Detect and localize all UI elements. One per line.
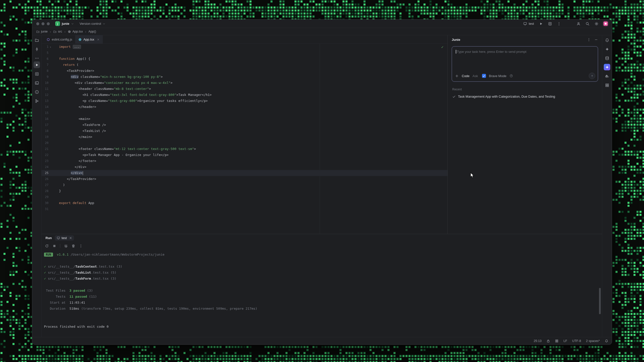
run-tab-test[interactable]: test [55,235,74,241]
stop-button[interactable] [52,244,56,248]
console-scrollbar[interactable] [599,288,601,314]
ai-assistant-tool-button[interactable] [604,46,610,52]
mode-code-button[interactable]: Code [462,74,470,78]
code-line[interactable]: 5 [42,50,448,56]
gutter[interactable]: 22 [42,152,59,158]
junie-options-button[interactable] [587,38,591,42]
gutter[interactable]: 30 [42,200,59,206]
gutter[interactable]: 17 [42,122,59,128]
run-tool-button[interactable] [34,62,40,68]
docker-tool-button[interactable] [604,73,610,79]
help-icon[interactable] [510,74,513,78]
gutter[interactable]: 6 [42,56,59,62]
send-button[interactable] [589,73,595,79]
code-line[interactable]: 26 </TaskProvider> [42,176,448,182]
vcs-widget[interactable]: Version control [80,22,106,26]
pink-app-icon[interactable] [604,22,608,26]
gutter[interactable]: 10 [42,80,59,86]
junie-prompt-input[interactable]: Type your task here, press Enter to send… [452,46,598,82]
gutter[interactable]: 21 [42,146,59,152]
gutter[interactable]: 23 [42,158,59,164]
code-line[interactable]: 13 <p className="text-gray-600">Organize… [42,98,448,104]
line-separator-widget[interactable]: LF [564,339,567,343]
code-line[interactable]: 31 [42,206,448,212]
code-line[interactable]: 19 </main> [42,134,448,140]
indent-widget[interactable]: 2 spaces* [586,339,600,343]
code-line[interactable]: 29 [42,194,448,200]
zoom-window-button[interactable] [47,22,50,25]
gutter[interactable]: 19 [42,134,59,140]
code-editor[interactable]: 1›import ...56function App() {7 return (… [42,44,448,234]
code-line[interactable]: 25 </div> [42,170,448,176]
gutter[interactable]: 8 [42,68,59,74]
code-line[interactable]: 30export default App [42,200,448,206]
code-line[interactable]: 18 <TaskList /> [42,128,448,134]
gutter[interactable]: 28 [42,188,59,194]
services-tool-button[interactable] [34,71,40,77]
code-line[interactable]: 22 <p>Task Manager App - Organize your l… [42,152,448,158]
gutter[interactable]: 20 [42,140,59,146]
caret-position-widget[interactable]: 25:13 [534,339,542,343]
code-line[interactable]: 28} [42,188,448,194]
console-more-button[interactable] [79,244,83,248]
notifications-icon[interactable] [605,339,608,343]
fold-arrow-icon[interactable]: › [48,45,52,49]
gutter[interactable]: 11 [42,86,59,92]
code-line[interactable]: 10 <div className="container mx-auto px-… [42,80,448,86]
code-line[interactable]: 27 ) [42,182,448,188]
run-options-button[interactable] [548,22,552,26]
gutter[interactable]: 7 [42,62,59,68]
notifications-tool-button[interactable] [604,37,610,43]
run-console[interactable]: RUN v1.6.1 /Users/jan-niklaswortmann/Web… [42,250,602,330]
gutter[interactable]: 18 [42,128,59,134]
breadcrumb-item[interactable]: junie [36,30,48,33]
gutter[interactable]: 24 [42,164,59,170]
editor-tab[interactable]: App.tsx [75,35,103,44]
gutter[interactable]: 29 [42,194,59,200]
code-with-me-button[interactable] [576,22,580,26]
gutter[interactable]: 31 [42,206,59,212]
code-line[interactable]: 11 <header className="mb-8 text-center"> [42,86,448,92]
encoding-widget[interactable]: UTF-8 [572,339,581,343]
problems-tool-button[interactable] [34,89,40,95]
search-everywhere-button[interactable] [586,22,590,26]
breadcrumb-item[interactable]: App.tsx [68,30,83,33]
gutter[interactable]: 26 [42,176,59,182]
database-tool-button[interactable] [604,55,610,61]
code-line[interactable]: 7 return ( [42,62,448,68]
commit-tool-button[interactable] [34,46,40,52]
junie-hide-button[interactable] [594,38,598,42]
code-line[interactable]: 12 <h1 className="text-3xl font-bold tex… [42,92,448,98]
junie-tool-button[interactable] [604,64,610,70]
run-button[interactable] [539,22,543,26]
brave-mode-checkbox[interactable] [482,74,486,78]
mode-ask-button[interactable]: Ask [472,74,478,78]
soft-wrap-button[interactable] [64,244,68,248]
dependencies-tool-button[interactable] [604,82,610,88]
project-widget[interactable]: j junie [55,21,74,26]
inspections-ok-icon[interactable]: ✓ [441,45,444,49]
project-tool-button[interactable] [34,37,40,43]
code-line[interactable]: 21 <footer className="mt-12 text-center … [42,146,448,152]
code-line[interactable]: 8 <TaskProvider> [42,68,448,74]
gutter[interactable]: 1› [42,44,59,50]
gutter[interactable]: 9 [42,74,59,80]
more-tool-windows-button[interactable] [34,55,40,61]
code-line[interactable]: 14 </header> [42,104,448,110]
status-misc-icon[interactable] [555,339,558,343]
lock-icon[interactable] [546,339,550,343]
code-line[interactable]: 17 <TaskForm /> [42,122,448,128]
code-line[interactable]: 16 <main> [42,116,448,122]
code-line[interactable]: 24 </div> [42,164,448,170]
gutter[interactable]: 16 [42,116,59,122]
gutter[interactable]: 25 [42,170,59,176]
gutter[interactable]: 13 [42,98,59,104]
close-window-button[interactable] [36,22,39,25]
clear-console-button[interactable] [72,244,75,248]
rerun-button[interactable] [45,244,49,248]
terminal-tool-button[interactable] [34,80,40,86]
gutter[interactable]: 14 [42,104,59,110]
code-line[interactable]: 1›import ... [42,44,448,50]
code-line[interactable]: 23 </footer> [42,158,448,164]
breadcrumb-item[interactable]: src [53,30,62,33]
